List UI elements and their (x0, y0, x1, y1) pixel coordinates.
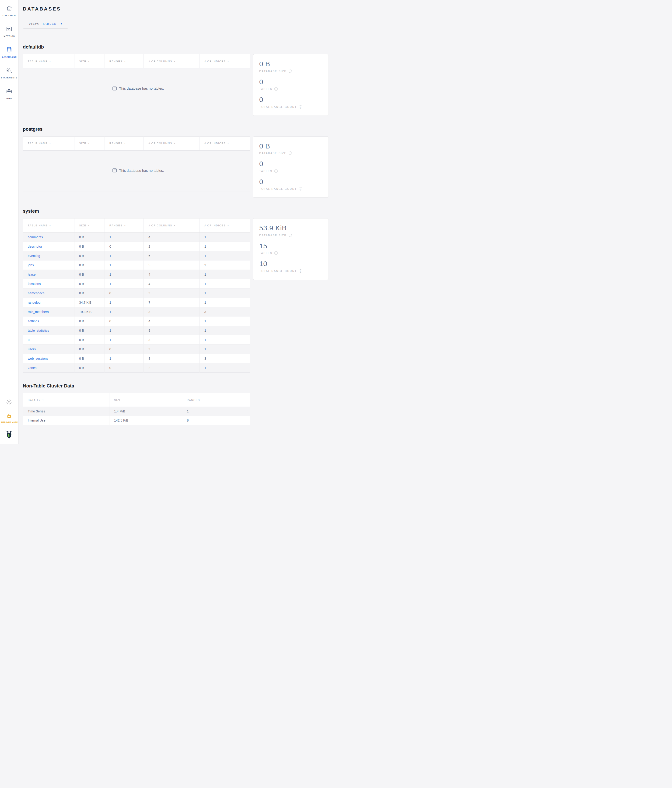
database-size-label: DATABASE SIZE (259, 152, 287, 154)
table-cell: 0 (105, 345, 144, 354)
table-cell: 4 (144, 232, 200, 242)
column-header-size[interactable]: SIZE▼ (74, 218, 105, 232)
range-count-label: TOTAL RANGE COUNT (259, 105, 297, 108)
tables-count-stat: 0 TABLESi (259, 78, 322, 91)
column-header-size[interactable]: SIZE▼ (74, 54, 105, 68)
home-icon (6, 5, 13, 12)
column-header-size[interactable]: SIZE▼ (74, 136, 105, 150)
sidebar-item-metrics[interactable]: METRICS (3, 26, 15, 37)
database-size-stat: 0 B DATABASE SIZEi (259, 60, 322, 73)
non-table-header-row: DATA TYPE SIZE RANGES (23, 393, 250, 407)
table-name-link[interactable]: lease (28, 273, 35, 276)
settings-gear-icon[interactable] (6, 399, 13, 407)
range-count-value: 0 (259, 96, 322, 104)
table-name-link[interactable]: ui (28, 338, 30, 342)
sidebar-item-databases[interactable]: DATABASES (2, 47, 17, 58)
table-name-link[interactable]: web_sessions (28, 357, 48, 361)
sidebar-item-jobs[interactable]: JOBS (6, 88, 13, 100)
column-header-num-indices[interactable]: # OF INDICES▼ (200, 54, 250, 68)
database-size-value: 53.9 KiB (259, 224, 322, 232)
table-cell: 0 B (74, 251, 105, 261)
tables-count-label: TABLES (259, 170, 272, 173)
table-name-link[interactable]: descriptor (28, 245, 42, 248)
table-row: lease0 B141 (23, 270, 250, 279)
table-name-link[interactable]: namespace (28, 291, 44, 295)
info-icon[interactable]: i (288, 151, 292, 155)
column-header-num-columns[interactable]: # OF COLUMNS▼ (144, 218, 200, 232)
column-header-ranges: RANGES (182, 393, 250, 407)
info-icon[interactable]: i (288, 234, 292, 237)
sort-arrow-icon: ▼ (88, 61, 90, 62)
database-tables-panel: TABLE NAME▼ SIZE▼ RANGES▼ # OF COLUMNS▼ … (23, 136, 250, 191)
column-header-ranges[interactable]: RANGES▼ (105, 218, 144, 232)
table-cell: 0 B (74, 354, 105, 363)
column-header-num-columns[interactable]: # OF COLUMNS▼ (144, 136, 200, 150)
table-cell: 1 (105, 270, 144, 279)
info-icon[interactable]: i (299, 269, 302, 273)
insecure-mode-indicator[interactable]: INSECURE MODE (1, 413, 18, 423)
empty-state-text: This database has no tables. (119, 86, 164, 91)
table-cell: 1 (200, 316, 250, 326)
database-tables-panel: TABLE NAME▼ SIZE▼ RANGES▼ # OF COLUMNS▼ … (23, 218, 250, 373)
table-cell: 4 (144, 279, 200, 289)
info-icon[interactable]: i (299, 105, 302, 108)
table-name-link[interactable]: table_statistics (28, 329, 49, 332)
table-row: role_members19.3 KiB133 (23, 307, 250, 316)
table-header-row: TABLE NAME▼ SIZE▼ RANGES▼ # OF COLUMNS▼ … (23, 218, 250, 232)
database-stats-card: 0 B DATABASE SIZEi 0 TABLESi 0 TOTAL RAN… (253, 54, 329, 116)
table-row: zones0 B021 (23, 363, 250, 373)
table-row: jobs0 B152 (23, 261, 250, 270)
column-header-ranges[interactable]: RANGES▼ (105, 54, 144, 68)
table-cell: 0 B (74, 289, 105, 298)
table-cell: 1 (200, 335, 250, 345)
column-header-table-name[interactable]: TABLE NAME▼ (23, 136, 74, 150)
table-name-link[interactable]: users (28, 347, 36, 351)
table-name-link[interactable]: rangelog (28, 301, 41, 304)
table-name-link[interactable]: zones (28, 366, 36, 370)
column-header-table-name[interactable]: TABLE NAME▼ (23, 54, 74, 68)
table-cell: 0 (105, 363, 144, 373)
column-header-num-indices[interactable]: # OF INDICES▼ (200, 136, 250, 150)
info-icon[interactable]: i (274, 87, 278, 91)
table-cell: 0 (105, 242, 144, 251)
table-cell: 1 (200, 326, 250, 335)
table-cell: 1 (105, 251, 144, 261)
table-name-link[interactable]: role_members (28, 310, 49, 314)
table-name-link[interactable]: eventlog (28, 254, 40, 258)
info-icon[interactable]: i (274, 170, 278, 173)
column-header-table-name[interactable]: TABLE NAME▼ (23, 218, 74, 232)
table-cell: 0 (105, 289, 144, 298)
tables-count-value: 15 (259, 242, 322, 250)
table-name-link[interactable]: locations (28, 282, 41, 286)
info-icon[interactable]: i (288, 70, 292, 73)
range-count-value: 0 (259, 178, 322, 186)
column-header-ranges[interactable]: RANGES▼ (105, 136, 144, 150)
database-size-stat: 0 B DATABASE SIZEi (259, 142, 322, 155)
sidebar-item-overview[interactable]: OVERVIEW (3, 5, 16, 17)
table-cell: 1 (200, 232, 250, 242)
sort-arrow-icon: ▼ (174, 61, 176, 62)
non-table-cluster-section: Non-Table Cluster Data DATA TYPE SIZE RA… (23, 383, 329, 425)
non-table-cluster-title: Non-Table Cluster Data (23, 383, 329, 389)
table-cell: 6 (144, 251, 200, 261)
column-header-num-indices[interactable]: # OF INDICES▼ (200, 218, 250, 232)
sort-arrow-icon: ▼ (49, 225, 51, 226)
sort-arrow-icon: ▼ (88, 225, 90, 226)
sidebar-item-statements[interactable]: STATEMENTS (1, 67, 17, 79)
table-cell: 19.3 KiB (74, 307, 105, 316)
info-icon[interactable]: i (299, 187, 302, 191)
sort-arrow-icon: ▼ (88, 143, 90, 144)
range-count-stat: 10 TOTAL RANGE COUNTi (259, 260, 322, 273)
column-header-num-columns[interactable]: # OF COLUMNS▼ (144, 54, 200, 68)
view-dropdown-label: VIEW: (29, 22, 40, 25)
tables-count-value: 0 (259, 160, 322, 168)
table-name-link[interactable]: jobs (28, 263, 34, 267)
cockroachdb-logo (5, 430, 14, 440)
table-name-link[interactable]: settings (28, 319, 39, 323)
info-icon[interactable]: i (274, 251, 278, 255)
view-dropdown[interactable]: VIEW: TABLES ▼ (23, 19, 68, 29)
database-size-stat: 53.9 KiB DATABASE SIZEi (259, 224, 322, 237)
table-cell: 0 B (74, 270, 105, 279)
table-name-link[interactable]: comments (28, 235, 43, 239)
table-header-row: TABLE NAME▼ SIZE▼ RANGES▼ # OF COLUMNS▼ … (23, 54, 250, 68)
